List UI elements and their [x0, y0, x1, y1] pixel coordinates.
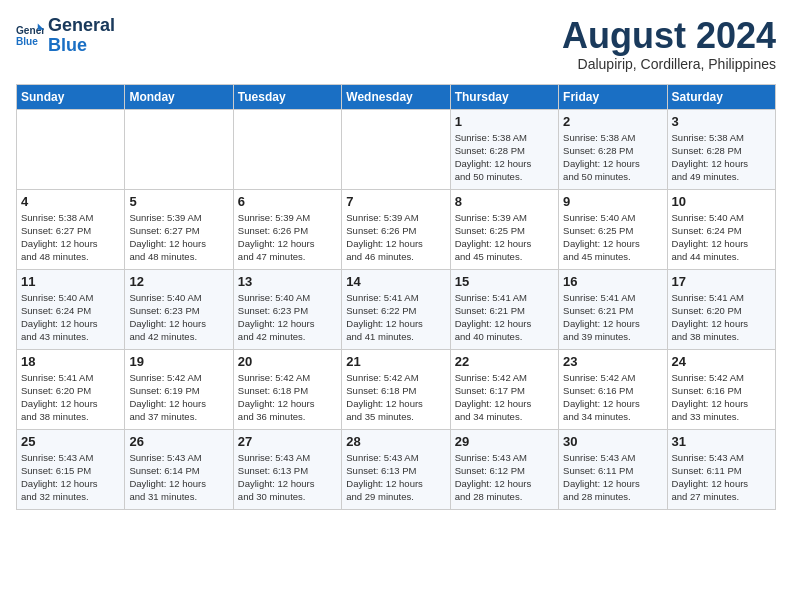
- day-number: 2: [563, 114, 662, 129]
- day-number: 13: [238, 274, 337, 289]
- day-number: 22: [455, 354, 554, 369]
- day-number: 6: [238, 194, 337, 209]
- day-number: 21: [346, 354, 445, 369]
- calendar-cell: [342, 109, 450, 189]
- calendar-cell: 4Sunrise: 5:38 AM Sunset: 6:27 PM Daylig…: [17, 189, 125, 269]
- calendar-body: 1Sunrise: 5:38 AM Sunset: 6:28 PM Daylig…: [17, 109, 776, 509]
- svg-text:Blue: Blue: [16, 36, 38, 47]
- day-info: Sunrise: 5:39 AM Sunset: 6:27 PM Dayligh…: [129, 211, 228, 264]
- day-number: 7: [346, 194, 445, 209]
- day-number: 3: [672, 114, 771, 129]
- calendar-cell: 29Sunrise: 5:43 AM Sunset: 6:12 PM Dayli…: [450, 429, 558, 509]
- calendar-week-row: 1Sunrise: 5:38 AM Sunset: 6:28 PM Daylig…: [17, 109, 776, 189]
- day-info: Sunrise: 5:43 AM Sunset: 6:12 PM Dayligh…: [455, 451, 554, 504]
- day-number: 28: [346, 434, 445, 449]
- calendar-cell: 16Sunrise: 5:41 AM Sunset: 6:21 PM Dayli…: [559, 269, 667, 349]
- day-number: 19: [129, 354, 228, 369]
- day-number: 4: [21, 194, 120, 209]
- weekday-header-friday: Friday: [559, 84, 667, 109]
- day-info: Sunrise: 5:40 AM Sunset: 6:24 PM Dayligh…: [672, 211, 771, 264]
- calendar-cell: 27Sunrise: 5:43 AM Sunset: 6:13 PM Dayli…: [233, 429, 341, 509]
- day-info: Sunrise: 5:43 AM Sunset: 6:11 PM Dayligh…: [563, 451, 662, 504]
- calendar-cell: 22Sunrise: 5:42 AM Sunset: 6:17 PM Dayli…: [450, 349, 558, 429]
- day-info: Sunrise: 5:41 AM Sunset: 6:21 PM Dayligh…: [455, 291, 554, 344]
- weekday-header-monday: Monday: [125, 84, 233, 109]
- logo-icon: General Blue: [16, 22, 44, 50]
- calendar-cell: 26Sunrise: 5:43 AM Sunset: 6:14 PM Dayli…: [125, 429, 233, 509]
- calendar-cell: 30Sunrise: 5:43 AM Sunset: 6:11 PM Dayli…: [559, 429, 667, 509]
- day-number: 25: [21, 434, 120, 449]
- day-number: 9: [563, 194, 662, 209]
- day-number: 11: [21, 274, 120, 289]
- day-number: 18: [21, 354, 120, 369]
- day-number: 14: [346, 274, 445, 289]
- calendar-cell: 21Sunrise: 5:42 AM Sunset: 6:18 PM Dayli…: [342, 349, 450, 429]
- calendar-cell: 8Sunrise: 5:39 AM Sunset: 6:25 PM Daylig…: [450, 189, 558, 269]
- day-number: 29: [455, 434, 554, 449]
- day-number: 30: [563, 434, 662, 449]
- calendar-cell: [17, 109, 125, 189]
- day-info: Sunrise: 5:41 AM Sunset: 6:21 PM Dayligh…: [563, 291, 662, 344]
- calendar-cell: 19Sunrise: 5:42 AM Sunset: 6:19 PM Dayli…: [125, 349, 233, 429]
- calendar-cell: 17Sunrise: 5:41 AM Sunset: 6:20 PM Dayli…: [667, 269, 775, 349]
- day-info: Sunrise: 5:43 AM Sunset: 6:13 PM Dayligh…: [238, 451, 337, 504]
- logo-text-line1: General: [48, 16, 115, 36]
- calendar-cell: 28Sunrise: 5:43 AM Sunset: 6:13 PM Dayli…: [342, 429, 450, 509]
- day-number: 10: [672, 194, 771, 209]
- calendar-cell: 15Sunrise: 5:41 AM Sunset: 6:21 PM Dayli…: [450, 269, 558, 349]
- day-info: Sunrise: 5:38 AM Sunset: 6:28 PM Dayligh…: [672, 131, 771, 184]
- weekday-header-row: SundayMondayTuesdayWednesdayThursdayFrid…: [17, 84, 776, 109]
- calendar-cell: 1Sunrise: 5:38 AM Sunset: 6:28 PM Daylig…: [450, 109, 558, 189]
- title-block: August 2024 Dalupirip, Cordillera, Phili…: [562, 16, 776, 72]
- calendar-cell: 3Sunrise: 5:38 AM Sunset: 6:28 PM Daylig…: [667, 109, 775, 189]
- weekday-header-thursday: Thursday: [450, 84, 558, 109]
- calendar-cell: 20Sunrise: 5:42 AM Sunset: 6:18 PM Dayli…: [233, 349, 341, 429]
- calendar-cell: 5Sunrise: 5:39 AM Sunset: 6:27 PM Daylig…: [125, 189, 233, 269]
- day-info: Sunrise: 5:39 AM Sunset: 6:25 PM Dayligh…: [455, 211, 554, 264]
- day-info: Sunrise: 5:42 AM Sunset: 6:19 PM Dayligh…: [129, 371, 228, 424]
- day-info: Sunrise: 5:39 AM Sunset: 6:26 PM Dayligh…: [238, 211, 337, 264]
- day-info: Sunrise: 5:38 AM Sunset: 6:28 PM Dayligh…: [455, 131, 554, 184]
- calendar-cell: 7Sunrise: 5:39 AM Sunset: 6:26 PM Daylig…: [342, 189, 450, 269]
- day-number: 20: [238, 354, 337, 369]
- day-number: 12: [129, 274, 228, 289]
- weekday-header-wednesday: Wednesday: [342, 84, 450, 109]
- day-info: Sunrise: 5:41 AM Sunset: 6:22 PM Dayligh…: [346, 291, 445, 344]
- day-info: Sunrise: 5:40 AM Sunset: 6:25 PM Dayligh…: [563, 211, 662, 264]
- day-info: Sunrise: 5:38 AM Sunset: 6:28 PM Dayligh…: [563, 131, 662, 184]
- calendar-cell: 23Sunrise: 5:42 AM Sunset: 6:16 PM Dayli…: [559, 349, 667, 429]
- day-info: Sunrise: 5:41 AM Sunset: 6:20 PM Dayligh…: [672, 291, 771, 344]
- day-info: Sunrise: 5:43 AM Sunset: 6:13 PM Dayligh…: [346, 451, 445, 504]
- calendar-cell: 18Sunrise: 5:41 AM Sunset: 6:20 PM Dayli…: [17, 349, 125, 429]
- day-number: 27: [238, 434, 337, 449]
- calendar-week-row: 4Sunrise: 5:38 AM Sunset: 6:27 PM Daylig…: [17, 189, 776, 269]
- calendar-cell: 6Sunrise: 5:39 AM Sunset: 6:26 PM Daylig…: [233, 189, 341, 269]
- day-number: 16: [563, 274, 662, 289]
- calendar-header: SundayMondayTuesdayWednesdayThursdayFrid…: [17, 84, 776, 109]
- day-number: 23: [563, 354, 662, 369]
- calendar-week-row: 11Sunrise: 5:40 AM Sunset: 6:24 PM Dayli…: [17, 269, 776, 349]
- calendar-cell: 25Sunrise: 5:43 AM Sunset: 6:15 PM Dayli…: [17, 429, 125, 509]
- day-number: 31: [672, 434, 771, 449]
- calendar-cell: [233, 109, 341, 189]
- weekday-header-saturday: Saturday: [667, 84, 775, 109]
- month-year-title: August 2024: [562, 16, 776, 56]
- day-info: Sunrise: 5:39 AM Sunset: 6:26 PM Dayligh…: [346, 211, 445, 264]
- day-info: Sunrise: 5:43 AM Sunset: 6:15 PM Dayligh…: [21, 451, 120, 504]
- day-info: Sunrise: 5:41 AM Sunset: 6:20 PM Dayligh…: [21, 371, 120, 424]
- calendar-week-row: 25Sunrise: 5:43 AM Sunset: 6:15 PM Dayli…: [17, 429, 776, 509]
- calendar-cell: 13Sunrise: 5:40 AM Sunset: 6:23 PM Dayli…: [233, 269, 341, 349]
- day-number: 5: [129, 194, 228, 209]
- day-info: Sunrise: 5:38 AM Sunset: 6:27 PM Dayligh…: [21, 211, 120, 264]
- day-info: Sunrise: 5:40 AM Sunset: 6:23 PM Dayligh…: [129, 291, 228, 344]
- day-info: Sunrise: 5:40 AM Sunset: 6:24 PM Dayligh…: [21, 291, 120, 344]
- day-info: Sunrise: 5:42 AM Sunset: 6:17 PM Dayligh…: [455, 371, 554, 424]
- calendar-week-row: 18Sunrise: 5:41 AM Sunset: 6:20 PM Dayli…: [17, 349, 776, 429]
- day-info: Sunrise: 5:40 AM Sunset: 6:23 PM Dayligh…: [238, 291, 337, 344]
- day-info: Sunrise: 5:43 AM Sunset: 6:14 PM Dayligh…: [129, 451, 228, 504]
- calendar-cell: 14Sunrise: 5:41 AM Sunset: 6:22 PM Dayli…: [342, 269, 450, 349]
- calendar-cell: 24Sunrise: 5:42 AM Sunset: 6:16 PM Dayli…: [667, 349, 775, 429]
- day-number: 8: [455, 194, 554, 209]
- calendar-cell: [125, 109, 233, 189]
- day-number: 26: [129, 434, 228, 449]
